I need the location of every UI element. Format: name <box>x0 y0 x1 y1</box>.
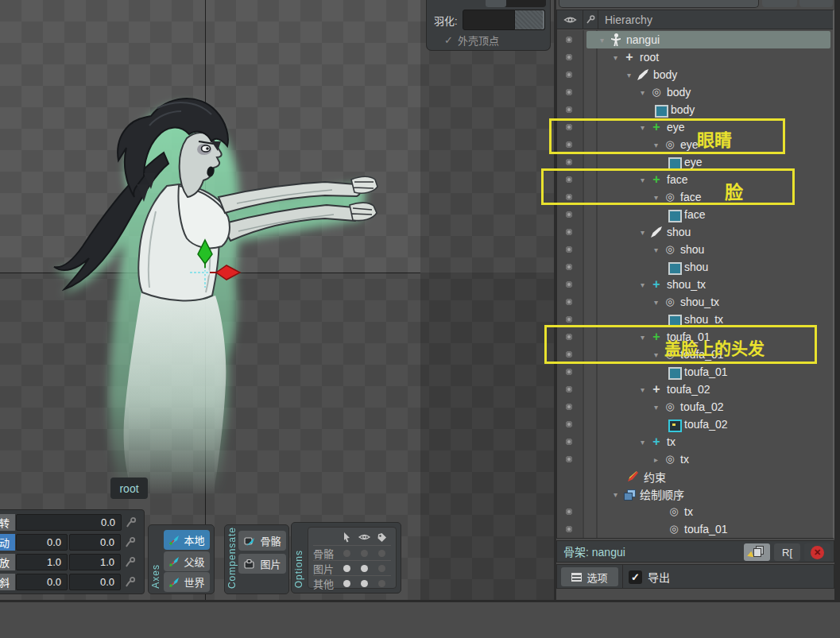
hierarchy-row[interactable]: ▾ + toufa_02 <box>557 381 833 398</box>
expander-icon[interactable]: ▾ <box>641 280 650 289</box>
visibility-dot[interactable] <box>566 264 572 270</box>
images-select-toggle[interactable] <box>343 565 350 572</box>
hierarchy-row[interactable]: shou <box>557 258 833 276</box>
visibility-dot[interactable] <box>566 229 572 235</box>
partial-button-1[interactable] <box>762 0 797 7</box>
delete-skeleton-button[interactable]: ✕ <box>804 543 830 561</box>
scale-x-field[interactable]: 1.0 <box>16 554 68 570</box>
visibility-dot[interactable] <box>566 159 572 165</box>
expander-icon[interactable]: ▾ <box>654 141 664 149</box>
hierarchy-row[interactable]: ▾ ◎ face <box>557 188 833 206</box>
hierarchy-row[interactable]: shou_tx <box>557 311 833 328</box>
visibility-dot[interactable] <box>566 281 572 288</box>
keyframe-icon[interactable] <box>121 555 138 569</box>
expander-icon[interactable]: ▾ <box>641 438 650 447</box>
keyframe-icon[interactable] <box>121 575 138 589</box>
expander-icon[interactable]: ▾ <box>654 193 664 202</box>
export-checkbox[interactable]: ✓ 导出 <box>629 569 670 585</box>
hierarchy-row[interactable]: toufa_02 <box>557 416 833 433</box>
bones-visible-toggle[interactable] <box>361 550 368 557</box>
hierarchy-row[interactable]: ▾ ◎ toufa_02 <box>557 398 833 416</box>
expander-icon[interactable]: ▾ <box>614 53 623 62</box>
compensate-bones-button[interactable]: 骨骼 <box>238 531 286 551</box>
expander-icon[interactable]: ▾ <box>641 385 650 394</box>
translate-x-field[interactable]: 0.0 <box>16 534 68 551</box>
visibility-dot[interactable] <box>566 456 572 462</box>
lock-column-key-icon[interactable] <box>583 14 598 25</box>
expander-icon[interactable]: ▾ <box>641 176 650 184</box>
hierarchy-row[interactable]: ◎ tx <box>557 503 833 520</box>
hierarchy-row[interactable]: ▾ + eye <box>557 118 833 136</box>
visibility-dot[interactable] <box>566 211 572 218</box>
hierarchy-row[interactable]: ▾ + face <box>557 171 833 188</box>
rotate-value-field[interactable]: 0.0 <box>16 514 122 531</box>
rename-skeleton-button[interactable]: R[ <box>774 543 800 561</box>
visibility-dot[interactable] <box>566 124 572 130</box>
options-button[interactable]: 选项 <box>561 567 618 586</box>
hierarchy-row[interactable]: ▾ ◎ eye <box>557 136 833 153</box>
hierarchy-row[interactable]: ▸ ◎ tx <box>557 450 833 468</box>
others-label-toggle[interactable] <box>378 580 385 587</box>
visibility-dot[interactable] <box>566 526 572 532</box>
shear-y-field[interactable]: 0.0 <box>69 574 121 590</box>
visibility-dot[interactable] <box>566 369 572 375</box>
hierarchy-row[interactable]: face <box>557 206 833 223</box>
hierarchy-row[interactable]: ▾ shou <box>557 223 833 241</box>
bones-label-toggle[interactable] <box>378 550 385 557</box>
transform-gizmo[interactable] <box>180 237 251 296</box>
expander-icon[interactable]: ▾ <box>641 228 650 237</box>
expander-icon[interactable]: ▾ <box>654 298 664 307</box>
visibility-dot[interactable] <box>566 508 572 515</box>
visibility-dot[interactable] <box>566 334 572 340</box>
hierarchy-row[interactable]: ▾ nangui <box>557 31 833 48</box>
others-visible-toggle[interactable] <box>361 580 368 587</box>
bones-select-toggle[interactable] <box>343 550 350 557</box>
partial-slider[interactable] <box>486 0 546 7</box>
shear-x-field[interactable]: 0.0 <box>16 574 68 590</box>
hierarchy-row[interactable]: ▾ + tx <box>557 433 833 450</box>
hierarchy-row[interactable]: ▾ + root <box>557 48 833 66</box>
axes-parent-button[interactable]: 父级 <box>164 551 210 571</box>
visibility-dot[interactable] <box>566 54 572 60</box>
hierarchy-row[interactable]: toufa_01 <box>557 363 833 381</box>
hierarchy-row[interactable]: body <box>557 101 833 118</box>
visibility-dot[interactable] <box>566 141 572 148</box>
hierarchy-row[interactable]: ▾ body <box>557 66 833 83</box>
hierarchy-row[interactable]: eye <box>557 153 833 171</box>
visibility-dot[interactable] <box>566 72 572 78</box>
expander-icon[interactable]: ▾ <box>641 88 650 97</box>
partial-search-input[interactable] <box>559 0 759 8</box>
keyframe-icon[interactable] <box>122 516 139 529</box>
hierarchy-row[interactable]: ▾ 绘制顺序 <box>557 485 833 503</box>
visibility-dot[interactable] <box>566 176 572 183</box>
hierarchy-row[interactable]: ▾ + shou_tx <box>557 276 833 293</box>
visibility-dot[interactable] <box>566 89 572 95</box>
visibility-dot[interactable] <box>566 246 572 253</box>
feather-value-field[interactable] <box>463 10 515 30</box>
hierarchy-row[interactable]: ▾ ◎ shou <box>557 241 833 258</box>
visibility-dot[interactable] <box>566 106 572 113</box>
visibility-dot[interactable] <box>566 386 572 392</box>
expander-icon[interactable]: ▸ <box>654 455 664 464</box>
expander-icon[interactable]: ▾ <box>627 71 637 79</box>
visibility-dot[interactable] <box>566 194 572 200</box>
expander-icon[interactable]: ▾ <box>641 333 650 342</box>
images-visible-toggle[interactable] <box>361 565 368 572</box>
partial-slider-handle[interactable] <box>486 0 506 7</box>
visibility-dot[interactable] <box>566 404 572 410</box>
others-select-toggle[interactable] <box>343 580 350 587</box>
visibility-dot[interactable] <box>566 421 572 427</box>
hierarchy-row[interactable]: ▾ ◎ toufa_01 <box>557 346 833 363</box>
partial-button-2[interactable] <box>799 0 833 7</box>
images-label-toggle[interactable] <box>378 565 385 572</box>
duplicate-skeleton-button[interactable] <box>744 543 770 561</box>
expander-icon[interactable]: ▾ <box>600 36 610 44</box>
expander-icon[interactable]: ▾ <box>654 246 664 254</box>
shell-vertices-checkbox[interactable]: ✓ 外壳顶点 <box>444 33 499 48</box>
hierarchy-row[interactable]: ◎ toufa_01 <box>557 520 833 538</box>
visibility-dot[interactable] <box>566 37 572 43</box>
hierarchy-row[interactable]: ▾ ◎ shou_tx <box>557 293 833 311</box>
axes-local-button[interactable]: 本地 <box>164 530 210 550</box>
hierarchy-row[interactable]: ▾ ◎ body <box>557 83 833 101</box>
visibility-dot[interactable] <box>566 439 572 445</box>
